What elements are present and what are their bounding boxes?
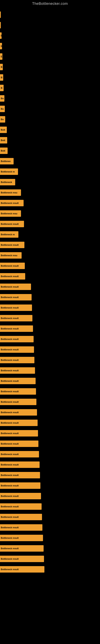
bar: Bottleneck result	[0, 566, 44, 572]
bar: Bo	[0, 116, 5, 122]
bar-label: Bottleneck result	[1, 432, 19, 434]
bar: Bottleneck result	[0, 221, 24, 227]
bar-row: Bottleneck result	[0, 501, 100, 512]
bar: Bottleneck result	[0, 357, 34, 363]
bar: Bo	[0, 106, 5, 112]
bar	[0, 12, 1, 18]
bar-row: Bott	[0, 146, 100, 156]
bar: Bottleneck resu	[0, 190, 21, 196]
bar: Bottleneck resu	[0, 210, 21, 217]
bar-label: E	[1, 45, 2, 47]
bar: Bottleneck result	[0, 200, 24, 206]
bar-row: Bottleneck result	[0, 260, 100, 271]
bar-label: Bottleneck result	[1, 474, 19, 476]
bar-label: Bottleneck result	[1, 422, 19, 424]
bar: Bottleneck result	[0, 315, 32, 322]
bar-label: Bottleneck result	[1, 484, 19, 487]
bar-label: Bottleneck result	[1, 495, 19, 497]
bar-row: Bottleneck resu	[0, 208, 100, 219]
bar-row: Bottleneck re	[0, 229, 100, 240]
site-title: TheBottlenecker.com	[0, 0, 100, 8]
bar-label: Bott	[1, 128, 5, 131]
bar-row: E	[0, 41, 100, 51]
bar-label: Bottleneck re	[1, 170, 15, 173]
bar-label: B	[1, 66, 2, 68]
bar: E	[0, 53, 2, 60]
bar: Bottleneck result	[0, 462, 40, 468]
bar-label: Bottleneck result	[1, 296, 19, 298]
bar-row: Bottleneck result	[0, 302, 100, 313]
bar-row: Bottleneck result	[0, 365, 100, 376]
bar-label: Bottleneck result	[1, 380, 19, 382]
bar-label: Bottleneck result	[1, 275, 19, 278]
bar: Bottleneck result	[0, 430, 38, 436]
bar-label: B	[1, 76, 2, 79]
bar-row: Bottleneck result	[0, 386, 100, 397]
bar-row: B	[0, 83, 100, 93]
bar: Bottleneck result	[0, 326, 33, 332]
bar-row: E	[0, 30, 100, 41]
bar: Bottleneck result	[0, 242, 24, 248]
bar-row: Bott	[0, 135, 100, 146]
bars-container: EEEBBBBoBoBoBottBottBottBottlenecBottlen…	[0, 8, 100, 576]
bar-label: Bottleneck result	[1, 568, 19, 570]
bar-row: Bottleneck re	[0, 166, 100, 177]
bar-row: Bottleneck	[0, 177, 100, 187]
bar-row: Bottleneck result	[0, 282, 100, 292]
bar-label: Bottleneck resu	[1, 212, 17, 215]
bar-label: Bottleneck result	[1, 516, 19, 518]
bar-label: Bottleneck result	[1, 369, 19, 372]
bar-label: Bottleneck result	[1, 411, 19, 414]
bar-row: Bottleneck resu	[0, 250, 100, 260]
bar-row: Bo	[0, 114, 100, 124]
bar: Bottleneck result	[0, 399, 36, 405]
bar-label: Bottleneck result	[1, 223, 19, 225]
bar-row: Bottleneck result	[0, 480, 100, 491]
bar-row: Bottleneck result	[0, 313, 100, 324]
bar-label: Bottleneck result	[1, 286, 19, 288]
bar-row: Bo	[0, 104, 100, 114]
bar-label: Bottleneck resu	[1, 192, 17, 194]
bar: B	[0, 64, 3, 70]
bar: Bottleneck re	[0, 168, 18, 175]
bar: Bottleneck result	[0, 273, 25, 280]
bar-row: Bo	[0, 93, 100, 104]
bar: Bottleneck	[0, 179, 15, 185]
bar: Bottleneck result	[0, 524, 42, 531]
bar-row: Bottleneck result	[0, 428, 100, 438]
bar-label: Bottleneck result	[1, 558, 19, 560]
bar-label: Bottleneck result	[1, 244, 19, 246]
bar-row: Bottleneck result	[0, 438, 100, 449]
bar-row: Bottleneck result	[0, 512, 100, 522]
bar-label: Bottleneck result	[1, 202, 19, 204]
bar-row: Bottleneck result	[0, 564, 100, 574]
bar-row: Bottleneck result	[0, 491, 100, 501]
bar-row: Bottleneck result	[0, 418, 100, 428]
bar-label: Bottleneck result	[1, 537, 19, 539]
bar-label: Bottleneck result	[1, 464, 19, 466]
bar-label: Bottleneck result	[1, 526, 19, 529]
bar: Bottleneck result	[0, 409, 37, 416]
bar: Bottleneck result	[0, 472, 40, 478]
bar-label: Bottleneck result	[1, 328, 19, 330]
bar: Bottleneck result	[0, 336, 34, 342]
bar-row: Bottleneck result	[0, 219, 100, 229]
bar-label: Bo	[1, 97, 4, 100]
bar-label: Bottleneck result	[1, 453, 19, 456]
bar: Bottleneck result	[0, 284, 31, 290]
bar-row: E	[0, 51, 100, 62]
bar: E	[0, 43, 2, 49]
bar: Bottleneck result	[0, 482, 40, 489]
bar-row: Bottleneck result	[0, 543, 100, 554]
bar: Bott	[0, 137, 7, 144]
bar-label: Bo	[1, 118, 4, 120]
bar-label: Bottleneck result	[1, 338, 19, 340]
bar: Bottleneck result	[0, 535, 43, 541]
bar-label: Bott	[1, 139, 5, 142]
bar-row: B	[0, 72, 100, 83]
bar-label: Bottleneck result	[1, 390, 19, 393]
bar-row: Bottleneck result	[0, 198, 100, 208]
bar-label: Bottlenec	[1, 160, 11, 162]
bar: Bottleneck result	[0, 493, 41, 499]
bar-row: Bottleneck result	[0, 240, 100, 250]
